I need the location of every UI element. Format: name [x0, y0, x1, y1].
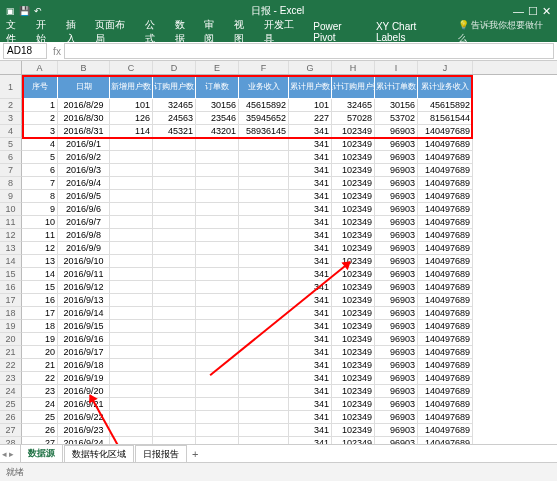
- cell[interactable]: [196, 281, 239, 294]
- tab-review[interactable]: 审阅: [204, 18, 224, 46]
- cell[interactable]: 2016/8/30: [58, 112, 110, 125]
- cell[interactable]: 96903: [375, 359, 418, 372]
- cell[interactable]: 43201: [196, 125, 239, 138]
- col-header-C[interactable]: C: [110, 61, 153, 74]
- tell-me-search[interactable]: 💡 告诉我你想要做什么: [458, 19, 551, 45]
- cell[interactable]: 341: [289, 190, 332, 203]
- cell[interactable]: [239, 203, 289, 216]
- cell[interactable]: 96903: [375, 333, 418, 346]
- col-header-G[interactable]: G: [289, 61, 332, 74]
- cell[interactable]: 96903: [375, 255, 418, 268]
- cell[interactable]: 30156: [375, 99, 418, 112]
- cell[interactable]: 140497689: [418, 125, 473, 138]
- cell[interactable]: [239, 255, 289, 268]
- tab-xychart[interactable]: XY Chart Labels: [376, 21, 448, 43]
- cell[interactable]: 102349: [332, 216, 375, 229]
- cell[interactable]: 140497689: [418, 177, 473, 190]
- cell[interactable]: 140497689: [418, 385, 473, 398]
- cell[interactable]: 341: [289, 385, 332, 398]
- cell[interactable]: 102349: [332, 138, 375, 151]
- row-header[interactable]: 5: [0, 138, 22, 151]
- cell[interactable]: 102349: [332, 424, 375, 437]
- cell[interactable]: [153, 385, 196, 398]
- col-header-B[interactable]: B: [58, 61, 110, 74]
- row-header[interactable]: 10: [0, 203, 22, 216]
- cell[interactable]: 96903: [375, 411, 418, 424]
- cell[interactable]: 102349: [332, 151, 375, 164]
- cell[interactable]: [239, 242, 289, 255]
- cell[interactable]: [196, 242, 239, 255]
- cell[interactable]: [110, 229, 153, 242]
- cell[interactable]: 341: [289, 138, 332, 151]
- cell[interactable]: 341: [289, 372, 332, 385]
- cell[interactable]: 140497689: [418, 333, 473, 346]
- cell[interactable]: 102349: [332, 281, 375, 294]
- cell[interactable]: [239, 385, 289, 398]
- cell[interactable]: 2016/9/5: [58, 190, 110, 203]
- cell[interactable]: 2016/9/7: [58, 216, 110, 229]
- tab-home[interactable]: 开始: [36, 18, 56, 46]
- cell[interactable]: 2016/9/3: [58, 164, 110, 177]
- cell[interactable]: 81561544: [418, 112, 473, 125]
- cell[interactable]: 102349: [332, 255, 375, 268]
- row-header[interactable]: 7: [0, 164, 22, 177]
- row-header[interactable]: 19: [0, 320, 22, 333]
- cell[interactable]: 140497689: [418, 268, 473, 281]
- cell[interactable]: 102349: [332, 242, 375, 255]
- cell[interactable]: [110, 268, 153, 281]
- cell[interactable]: 126: [110, 112, 153, 125]
- cell[interactable]: 96903: [375, 242, 418, 255]
- cell[interactable]: [239, 359, 289, 372]
- cell[interactable]: 341: [289, 398, 332, 411]
- cell[interactable]: 341: [289, 320, 332, 333]
- cell[interactable]: 2016/9/18: [58, 359, 110, 372]
- cell[interactable]: [153, 203, 196, 216]
- cell[interactable]: [110, 281, 153, 294]
- cell[interactable]: 96903: [375, 320, 418, 333]
- row-header[interactable]: 17: [0, 294, 22, 307]
- cell[interactable]: 2016/9/10: [58, 255, 110, 268]
- cell[interactable]: 2: [22, 112, 58, 125]
- tab-data[interactable]: 数据: [175, 18, 195, 46]
- cell[interactable]: 96903: [375, 398, 418, 411]
- cell[interactable]: 32465: [153, 99, 196, 112]
- cell[interactable]: 102349: [332, 125, 375, 138]
- cell[interactable]: 2016/8/31: [58, 125, 110, 138]
- cell[interactable]: 6: [22, 164, 58, 177]
- row-header[interactable]: 11: [0, 216, 22, 229]
- cell[interactable]: 23546: [196, 112, 239, 125]
- cell[interactable]: 2016/9/17: [58, 346, 110, 359]
- row-header[interactable]: 15: [0, 268, 22, 281]
- undo-icon[interactable]: ↶: [34, 6, 42, 16]
- cell[interactable]: [110, 372, 153, 385]
- cell[interactable]: 102349: [332, 294, 375, 307]
- cell[interactable]: 140497689: [418, 203, 473, 216]
- cell[interactable]: [153, 320, 196, 333]
- cell[interactable]: 9: [22, 203, 58, 216]
- cell[interactable]: [153, 255, 196, 268]
- cell[interactable]: [239, 268, 289, 281]
- cell[interactable]: 96903: [375, 177, 418, 190]
- cell[interactable]: 140497689: [418, 151, 473, 164]
- header-cell[interactable]: 累计订单数: [375, 75, 418, 99]
- cell[interactable]: [153, 164, 196, 177]
- row-header[interactable]: 6: [0, 151, 22, 164]
- cell[interactable]: 96903: [375, 346, 418, 359]
- cell[interactable]: 45615892: [239, 99, 289, 112]
- cell[interactable]: 2016/9/19: [58, 372, 110, 385]
- cell[interactable]: 341: [289, 424, 332, 437]
- cell[interactable]: 96903: [375, 203, 418, 216]
- cell[interactable]: 96903: [375, 125, 418, 138]
- cell[interactable]: 2016/9/8: [58, 229, 110, 242]
- cell[interactable]: 96903: [375, 268, 418, 281]
- cell[interactable]: 96903: [375, 307, 418, 320]
- cell[interactable]: 96903: [375, 164, 418, 177]
- cell[interactable]: 23: [22, 385, 58, 398]
- cell[interactable]: [196, 372, 239, 385]
- cell[interactable]: 5: [22, 151, 58, 164]
- cell[interactable]: 140497689: [418, 411, 473, 424]
- header-cell[interactable]: 累计订购用户数: [332, 75, 375, 99]
- cell[interactable]: 45615892: [418, 99, 473, 112]
- cell[interactable]: [153, 216, 196, 229]
- header-cell[interactable]: 序号: [22, 75, 58, 99]
